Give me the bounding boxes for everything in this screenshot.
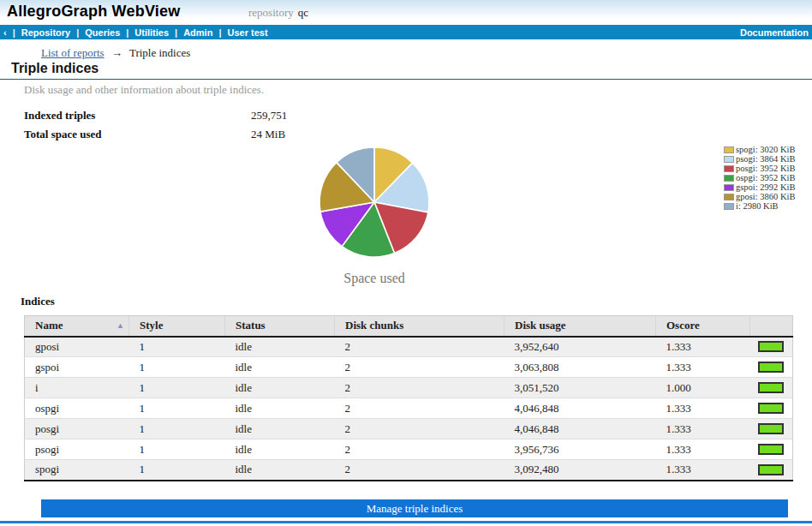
cell-disk-chunks: 2 (335, 378, 505, 398)
cell-oscore: 1.333 (656, 419, 750, 439)
cell-status: idle (225, 419, 335, 439)
pie-chart-caption: Space used (306, 271, 443, 286)
legend-label: psogi: 3864 KiB (736, 154, 795, 164)
column-header-health (750, 316, 793, 337)
breadcrumb-current: Triple indices (129, 46, 190, 59)
nav-item-user-test[interactable]: User test (227, 27, 267, 38)
nav-separator: | (218, 27, 221, 38)
cell-health (750, 419, 793, 439)
health-bar (758, 403, 784, 414)
table-row-psogi: psogi1idle23,956,7361.333 (25, 439, 793, 460)
pie-legend: spogi: 3020 KiBpsogi: 3864 KiBposgi: 395… (724, 145, 795, 211)
stat-total-space-used: Total space used24 MiB (24, 128, 287, 146)
column-header-label: Oscore (666, 319, 700, 332)
cell-status: idle (225, 378, 335, 398)
nav-item-documentation[interactable]: Documentation (740, 27, 809, 38)
column-header-disk-usage[interactable]: Disk usage (505, 316, 656, 337)
nav-items: Repository|Queries|Utilities|Admin|User … (21, 27, 268, 38)
cell-style: 1 (129, 460, 225, 481)
cell-health (750, 439, 793, 460)
health-bar (758, 444, 784, 455)
column-header-disk-chunks[interactable]: Disk chunks (335, 316, 505, 337)
legend-swatch (724, 194, 734, 200)
space-used-pie-chart (316, 144, 433, 260)
legend-label: ospgi: 3952 KiB (736, 173, 795, 182)
column-header-style[interactable]: Style (129, 316, 225, 337)
table-row-posgi: posgi1idle24,046,8481.333 (25, 419, 793, 439)
column-header-label: Style (140, 319, 163, 332)
nav-item-utilities[interactable]: Utilities (134, 27, 169, 38)
app-header: AllegroGraph WebView repositoryqc (0, 0, 812, 25)
manage-triple-indices-button[interactable]: Manage triple indices (41, 499, 788, 517)
column-header-name[interactable]: Name▲ (25, 316, 129, 337)
stat-label: Indexed triples (24, 109, 251, 123)
cell-style: 1 (129, 439, 225, 460)
legend-swatch (724, 146, 734, 153)
cell-disk-chunks: 2 (335, 337, 505, 357)
nav-menu: ‹ | Repository|Queries|Utilities|Admin|U… (3, 27, 268, 38)
cell-name: ospgi (25, 398, 129, 419)
cell-name: posgi (25, 419, 129, 439)
cell-disk-usage: 3,956,736 (505, 439, 656, 460)
app-title: AllegroGraph WebView (7, 3, 180, 21)
legend-label: i: 2980 KiB (736, 201, 779, 211)
column-header-label: Disk usage (515, 319, 566, 332)
cell-disk-usage: 3,952,640 (505, 337, 656, 357)
legend-item-i: i: 2980 KiB (724, 201, 795, 211)
cell-style: 1 (129, 378, 225, 398)
cell-status: idle (225, 337, 335, 357)
stat-value: 259,751 (251, 109, 287, 122)
cell-name: gposi (25, 337, 129, 357)
cell-disk-usage: 3,051,520 (505, 378, 656, 398)
nav-collapse-icon[interactable]: ‹ (3, 27, 7, 38)
cell-disk-chunks: 2 (335, 419, 505, 439)
cell-disk-usage: 3,092,480 (505, 460, 656, 481)
cell-disk-usage: 4,046,848 (505, 419, 656, 439)
column-header-label: Disk chunks (345, 319, 403, 332)
table-row-i: i1idle23,051,5201.000 (25, 378, 793, 398)
table-row-ospgi: ospgi1idle24,046,8481.333 (25, 398, 793, 419)
cell-oscore: 1.333 (656, 460, 750, 481)
legend-swatch (724, 203, 734, 210)
cell-health (750, 357, 793, 378)
health-bar (758, 382, 784, 393)
stats-panel: Indexed triples259,751 Total space used2… (24, 109, 287, 146)
cell-disk-usage: 3,063,808 (505, 357, 656, 378)
nav-item-repository[interactable]: Repository (21, 27, 70, 38)
legend-item-ospgi: ospgi: 3952 KiB (724, 173, 795, 182)
legend-swatch (724, 184, 734, 191)
cell-style: 1 (129, 357, 225, 378)
breadcrumb-arrow-icon: → (111, 46, 122, 59)
cell-oscore: 1.333 (656, 357, 750, 378)
nav-item-admin[interactable]: Admin (183, 27, 212, 38)
cell-style: 1 (129, 419, 225, 439)
repository-label: repository (248, 6, 294, 19)
health-bar (758, 362, 784, 373)
legend-item-spogi: spogi: 3020 KiB (724, 145, 795, 154)
legend-item-posgi: posgi: 3952 KiB (724, 164, 795, 173)
column-header-oscore[interactable]: Oscore (656, 316, 750, 337)
cell-name: gspoi (25, 357, 129, 378)
cell-name: spogi (25, 460, 129, 481)
cell-oscore: 1.333 (656, 337, 750, 357)
cell-health (750, 378, 793, 398)
column-header-label: Status (236, 319, 266, 332)
legend-item-gspoi: gspoi: 2992 KiB (724, 182, 795, 192)
page-title: Triple indices (11, 61, 99, 76)
column-header-status[interactable]: Status (225, 316, 335, 337)
cell-name: i (25, 378, 129, 398)
nav-separator: | (175, 27, 177, 38)
table-header-row: Name▲StyleStatusDisk chunksDisk usageOsc… (25, 316, 793, 337)
stat-label: Total space used (24, 128, 251, 141)
cell-style: 1 (129, 398, 225, 419)
cell-disk-chunks: 2 (335, 460, 505, 481)
breadcrumb-list-of-reports[interactable]: List of reports (41, 46, 104, 59)
legend-item-psogi: psogi: 3864 KiB (724, 154, 795, 164)
legend-label: posgi: 3952 KiB (736, 164, 795, 173)
nav-item-queries[interactable]: Queries (85, 27, 120, 38)
health-bar (758, 464, 784, 475)
repository-indicator: repositoryqc (248, 6, 308, 20)
indices-section-label: Indices (21, 295, 55, 308)
nav-separator: | (13, 27, 15, 38)
cell-oscore: 1.333 (656, 398, 750, 419)
